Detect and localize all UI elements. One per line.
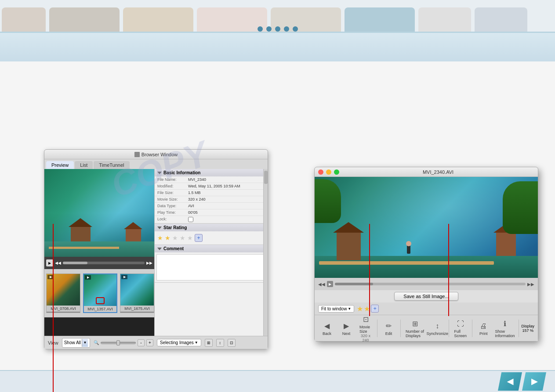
edit-button[interactable]: ✏ Edit [380,319,398,338]
footer-nav-buttons: ◀ ▶ [498,372,546,391]
star-rating-label: Star Rating [163,225,187,230]
basic-info-header: Basic Information [155,169,268,176]
star-rating-widget: ★ ★ ★ ★ ★ + [155,231,268,245]
movie-size-button[interactable]: ⊡ Movie Size 320 x 240 [357,313,374,344]
preview-controls: ▶ ◀◀ ▶▶ [44,257,154,269]
main-content: COPY Browser Window Preview List TimeTun… [0,61,555,370]
zoom-plus-btn[interactable]: + [146,339,153,346]
thumbnail-3[interactable]: ▶ MVI_1675.AVI [120,273,154,313]
nav-tab-2[interactable] [49,7,120,32]
thumbnail-1[interactable]: ▶ MVI_0708.AVI [46,273,80,313]
display-label: Display [521,324,534,328]
thumb-icon-2: ▶ [85,275,91,280]
tab-preview[interactable]: Preview [46,161,74,169]
show-info-button[interactable]: ℹ Show Information [494,317,516,340]
selecting-images-arrow: ▼ [195,341,198,345]
fit-window-label: Fit to window [321,306,347,311]
annotation-line-left [53,224,54,392]
number-displays-button[interactable]: ⊞ Number of Displays [403,317,427,340]
triangle-icon-3 [157,248,162,250]
star-4[interactable]: ★ [180,234,185,241]
annotation-line-right2 [448,224,449,316]
nav-tab-7[interactable] [418,7,471,32]
show-info-label: Show Information [495,329,515,338]
browser-tab-bar: Preview List TimeTunnel [44,159,268,169]
toolbar-icon-1[interactable]: ⊞ [205,339,213,347]
star-1[interactable]: ★ [157,234,163,241]
moviesize-label: Movie Size: [157,197,188,201]
nav-tab-3[interactable] [123,7,193,32]
thumb-label-2: MVI_1357.AVI [84,306,116,312]
zoom-controls: 🔍 - + [94,339,153,346]
full-screen-button[interactable]: ⛶ Full Screen [452,317,469,340]
time-end: ▶▶ [146,261,152,265]
selecting-images-button[interactable]: Selecting Images ▼ [157,339,201,346]
toolbar-icon-3[interactable]: ⊡ [228,339,236,347]
thumbnail-strip: ▶ MVI_0708.AVI ▶ MVI_1357.AVI [44,269,154,317]
thumb-label-1: MVI_0708.AVI [47,306,80,312]
tab-timetunnel[interactable]: TimeTunnel [94,161,129,169]
moviesize-value: 320 x 240 [188,197,206,201]
viewer-titlebar: MVI_2340.AVI [315,167,538,177]
viewer-progress-fill [335,283,373,285]
info-row-playtime: Play Time: 00'05 [155,209,268,216]
fit-window-dropdown[interactable]: Fit to window ▼ [318,305,354,313]
window-max-btn[interactable] [334,169,339,175]
browser-window-icon [134,152,140,157]
scrollbar-thumb [264,171,268,184]
triangle-icon-2 [157,227,162,229]
viewer-progress-bar[interactable] [335,283,526,285]
back-tool-button[interactable]: ◀ Back [318,319,336,338]
window-min-btn[interactable] [326,169,331,175]
basic-info-label: Basic Information [163,170,200,175]
footer-next-button[interactable]: ▶ [522,372,546,391]
viewer-star-widget: ★ ★ + [357,305,379,313]
zoom-slider[interactable] [101,341,136,345]
info-icon: ℹ [500,319,510,329]
show-all-dropdown[interactable]: Show All ▼ [62,338,90,348]
comment-textarea[interactable] [156,254,266,281]
toolbar-separator-3 [449,320,449,337]
nav-tab-4[interactable] [197,7,267,32]
datatype-label: Data Type: [157,204,188,208]
viewer-back-icon: ◀◀ [318,282,325,287]
zoom-thumb [116,340,120,345]
info-row-filename: File Name: MVI_2340 [155,176,268,183]
next-tool-button[interactable]: ▶ Next [337,319,355,338]
tab-list[interactable]: List [75,161,93,169]
nav-tab-8[interactable] [475,7,527,32]
viewer-window: MVI_2340.AVI [314,167,538,342]
annotation-line-right [369,224,370,316]
toolbar-icon-2[interactable]: ↕ [216,339,224,347]
footer-prev-button[interactable]: ◀ [498,372,522,391]
next-icon: ▶ [341,321,352,331]
star-3[interactable]: ★ [172,234,178,241]
movie-size-label: Movie Size [359,325,372,334]
thumbnail-2[interactable]: ▶ MVI_1357.AVI [83,273,117,313]
window-close-btn[interactable] [318,169,323,175]
progress-fill [63,262,87,264]
progress-bar[interactable] [63,262,145,264]
zoom-out-icon[interactable]: 🔍 [94,340,99,345]
info-panel: Basic Information File Name: MVI_2340 Mo… [154,169,268,336]
star-5[interactable]: ★ [187,234,193,241]
star-2[interactable]: ★ [165,234,170,241]
info-row-filesize: File Size: 1.5 MB [155,190,268,196]
nav-tab-6-active[interactable] [345,7,415,32]
selecting-images-label: Selecting Images [160,340,194,345]
lock-checkbox[interactable] [188,217,193,222]
viewer-star-1[interactable]: ★ [357,305,363,313]
viewer-rating-plus[interactable]: + [371,305,379,313]
info-row-moviesize: Movie Size: 320 x 240 [155,196,268,203]
nav-tab-1[interactable] [2,7,46,32]
zoom-minus-btn[interactable]: - [138,339,145,346]
sync-label: Synchronize [426,331,448,336]
synchronize-button[interactable]: ↕ Synchronize [428,319,446,338]
rating-plus-btn[interactable]: + [195,234,203,242]
dot-3 [275,26,280,32]
play-button[interactable]: ▶ [46,259,53,266]
viewer-title: MVI_2340.AVI [342,169,534,175]
viewer-play-btn[interactable]: ▶ [327,281,333,287]
print-button[interactable]: 🖨 Print [475,319,492,338]
info-panel-scrollbar[interactable] [263,169,268,336]
